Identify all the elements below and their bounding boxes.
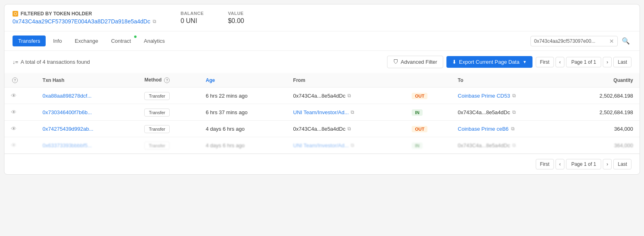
table-row: 👁 0x730346400f7b6b... Transfer 6 hrs 37 … [4, 104, 640, 121]
col-method: Method ? [138, 73, 199, 88]
row-direction-cell: IN [405, 104, 451, 121]
bottom-page-prev-button[interactable]: ‹ [556, 159, 564, 169]
from-addr-text: 0x743C4a...8e5a4dDc [293, 126, 345, 132]
row-from-cell: 0x743C4a...8e5a4dDc ⧉ [287, 88, 406, 104]
from-addr-link[interactable]: UNI Team/Investor/Ad... [293, 142, 349, 148]
page-first-button[interactable]: First [536, 57, 554, 67]
bottom-pagination: First ‹ Page 1 of 1 › Last [4, 154, 640, 174]
row-txn-hash-cell: 0x730346400f7b6b... [36, 104, 138, 121]
contract-badge [133, 35, 137, 39]
row-to-cell: 0x743C4a...8e5a4dDc ⧉ [451, 137, 565, 154]
eye-icon[interactable]: 👁 [11, 109, 17, 115]
tab-info[interactable]: Info [47, 36, 67, 46]
row-quantity-cell: 2,502,684.198 [565, 104, 640, 121]
page-next-button[interactable]: › [603, 57, 612, 67]
copy-from-icon[interactable]: ⧉ [351, 109, 354, 115]
value-label: VALUE [228, 11, 244, 16]
row-txn-hash-cell: 0xa88aa898278dcf... [36, 88, 138, 104]
search-button[interactable]: 🔍 [620, 36, 631, 46]
copy-from-icon[interactable]: ⧉ [347, 93, 351, 98]
tab-transfers[interactable]: Transfers [13, 36, 46, 46]
to-addr-link[interactable]: Coinbase Prime ceB6 [458, 126, 509, 132]
row-txn-hash-cell: 0x63373393bbbbf5... [36, 137, 138, 154]
row-quantity-cell: 364,000 [565, 137, 640, 154]
token-filter-icon: ⬡ [13, 11, 18, 17]
col-age[interactable]: Age [199, 73, 286, 88]
top-header: ⬡ FILTERED BY TOKEN HOLDER 0x743C4aa29CF… [4, 4, 640, 31]
col-txn-hash: Txn Hash [36, 73, 138, 88]
quantity-value: 2,502,684.198 [600, 109, 633, 115]
direction-badge: IN [412, 142, 423, 149]
row-direction-cell: IN [405, 137, 451, 154]
address-text: 0x743C4aa29CF573097E004A3a8D27Da918e5a4d… [13, 18, 150, 25]
row-from-cell: 0x743C4a...8e5a4dDc ⧉ [287, 121, 406, 137]
direction-badge: OUT [412, 126, 427, 132]
bottom-page-info: Page 1 of 1 [566, 159, 601, 169]
search-clear-icon[interactable]: ✕ [609, 38, 614, 44]
row-eye-cell: 👁 [4, 121, 36, 137]
export-chevron-icon: ▼ [523, 60, 527, 64]
eye-icon[interactable]: 👁 [11, 125, 17, 132]
from-addr-link[interactable]: UNI Team/Investor/Ad... [293, 109, 349, 115]
eye-icon[interactable]: 👁 [11, 142, 17, 148]
copy-to-icon[interactable]: ⧉ [512, 142, 516, 148]
bottom-page-last-button[interactable]: Last [613, 159, 631, 169]
copy-from-icon[interactable]: ⧉ [347, 126, 351, 132]
transactions-table: ? Txn Hash Method ? Age From To Quantity [4, 73, 640, 154]
filter-label: ⬡ FILTERED BY TOKEN HOLDER [13, 11, 156, 17]
bottom-page-next-button[interactable]: › [603, 159, 612, 169]
row-txn-hash-cell: 0x74275439d992ab... [36, 121, 138, 137]
balance-value: 0 UNI [181, 17, 204, 25]
sort-icon: ↓= [13, 59, 18, 65]
tab-contract[interactable]: Contract [105, 36, 137, 46]
bottom-page-first-button[interactable]: First [536, 159, 554, 169]
tab-exchange[interactable]: Exchange [69, 36, 104, 46]
tab-analytics[interactable]: Analytics [138, 36, 170, 46]
page-prev-button[interactable]: ‹ [556, 57, 564, 67]
row-from-cell: UNI Team/Investor/Ad... ⧉ [287, 137, 406, 154]
row-method-cell: Transfer [138, 88, 199, 104]
table-row: 👁 0x63373393bbbbf5... Transfer 4 days 6 … [4, 137, 640, 154]
row-age-cell: 6 hrs 22 mins ago [199, 88, 286, 104]
page-info: Page 1 of 1 [566, 57, 601, 67]
to-addr-link[interactable]: Coinbase Prime CD53 [458, 93, 510, 99]
copy-to-icon[interactable]: ⧉ [512, 93, 516, 98]
method-help-icon[interactable]: ? [164, 77, 170, 83]
search-address-value: 0x743c4aa29cf573097e00... [534, 38, 607, 44]
page-last-button[interactable]: Last [613, 57, 631, 67]
row-eye-cell: 👁 [4, 104, 36, 121]
txn-hash-link[interactable]: 0x74275439d992ab... [42, 126, 93, 132]
token-address-link[interactable]: 0x743C4aa29CF573097E004A3a8D27Da918e5a4d… [13, 18, 156, 25]
address-search-box[interactable]: 0x743c4aa29cf573097e00... ✕ [530, 36, 618, 46]
txn-hash-link[interactable]: 0x730346400f7b6b... [42, 109, 92, 115]
table-header-row: ? Txn Hash Method ? Age From To Quantity [4, 73, 640, 88]
row-quantity-cell: 2,502,684.198 [565, 88, 640, 104]
advanced-filter-button[interactable]: ⛉ Advanced Filter [387, 56, 443, 68]
main-container: ⬡ FILTERED BY TOKEN HOLDER 0x743C4aa29CF… [4, 4, 640, 175]
copy-to-icon[interactable]: ⧉ [511, 126, 515, 132]
row-age-cell: 6 hrs 37 mins ago [199, 104, 286, 121]
toolbar: ↓= A total of 4 transactions found ⛉ Adv… [4, 51, 640, 73]
export-label: Export Current Page Data [459, 59, 520, 65]
col-direction [405, 73, 451, 88]
quantity-value: 364,000 [614, 142, 633, 148]
filter-label-text: FILTERED BY TOKEN HOLDER [21, 11, 92, 17]
txn-hash-link[interactable]: 0xa88aa898278dcf... [42, 93, 91, 99]
eye-icon[interactable]: 👁 [11, 92, 17, 99]
table-row: 👁 0x74275439d992ab... Transfer 4 days 6 … [4, 121, 640, 137]
copy-from-icon[interactable]: ⧉ [351, 142, 354, 148]
tab-search: 0x743c4aa29cf573097e00... ✕ 🔍 [530, 36, 631, 46]
txn-hash-link[interactable]: 0x63373393bbbbf5... [42, 142, 92, 148]
help-icon[interactable]: ? [12, 77, 18, 83]
row-direction-cell: OUT [405, 121, 451, 137]
col-quantity: Quantity [565, 73, 640, 88]
copy-to-icon[interactable]: ⧉ [512, 109, 516, 115]
export-button[interactable]: ⬇ Export Current Page Data ▼ [446, 56, 532, 68]
copy-address-icon[interactable]: ⧉ [153, 19, 156, 24]
download-icon: ⬇ [452, 59, 457, 65]
value-section: VALUE $0.00 [228, 11, 244, 25]
row-eye-cell: 👁 [4, 137, 36, 154]
to-addr-text: 0x743C4a...8e5a4dDc [458, 142, 510, 148]
filter-funnel-icon: ⛉ [393, 59, 398, 65]
token-holder-section: ⬡ FILTERED BY TOKEN HOLDER 0x743C4aa29CF… [13, 11, 156, 25]
